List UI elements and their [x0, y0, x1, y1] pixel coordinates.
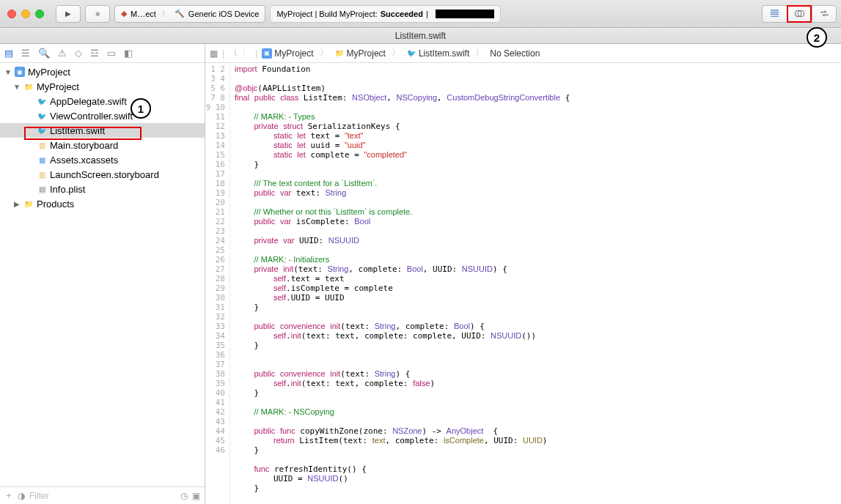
- chevron-right-icon: 〉: [392, 47, 400, 59]
- standard-editor-button[interactable]: [762, 5, 787, 23]
- tree-file-main-storyboard[interactable]: ▥Main.storyboard: [0, 138, 205, 152]
- redacted-region: [436, 10, 494, 18]
- line-gutter[interactable]: 1 2 3 4 5 6 7 8 9 10 11 12 13 14 15 16 1…: [205, 63, 230, 504]
- zoom-window-button[interactable]: [35, 10, 44, 18]
- disclosure-icon[interactable]: ▼: [13, 83, 21, 91]
- stop-button[interactable]: [85, 5, 110, 23]
- editor-body: 1 2 3 4 5 6 7 8 9 10 11 12 13 14 15 16 1…: [205, 63, 841, 504]
- chevron-right-icon: 〉: [320, 47, 328, 59]
- scm-filter-icon[interactable]: ▣: [192, 491, 200, 501]
- lines-icon: [769, 8, 780, 19]
- file-tab-title: ListItem.swift: [395, 31, 446, 41]
- main-split: ▤ ☰ 🔍 ⚠ ◇ ☲ ▭ ◧ ▼▣MyProject▼📁MyProject🐦A…: [0, 44, 841, 504]
- tree-group[interactable]: ▼📁MyProject: [0, 79, 205, 94]
- jump-sep2: |: [255, 48, 257, 59]
- report-navigator-tab[interactable]: ◧: [124, 48, 133, 59]
- status-result: Succeeded: [381, 10, 423, 18]
- tree-label: ViewController.swift: [50, 111, 133, 122]
- hammer-icon: 🔨: [175, 9, 185, 18]
- tree-file-appdelegate-swift[interactable]: 🐦AppDelegate.swift: [0, 94, 205, 108]
- clock-icon[interactable]: ◷: [180, 491, 188, 501]
- project-navigator-tab[interactable]: ▤: [4, 48, 13, 59]
- navigator-filter-bar: ＋ ◑ Filter ◷ ▣: [0, 486, 205, 504]
- issue-navigator-tab[interactable]: ⚠: [58, 48, 67, 59]
- status-sep: |: [426, 10, 428, 18]
- tree-label: Info.plist: [50, 184, 85, 195]
- icon-proj-icon: ▣: [15, 67, 25, 77]
- arrows-icon: [819, 8, 830, 19]
- window-controls: [7, 10, 44, 18]
- go-back-button[interactable]: 〈: [229, 47, 238, 59]
- navigator-tabs: ▤ ☰ 🔍 ⚠ ◇ ☲ ▭ ◧: [0, 44, 205, 63]
- tree-label: AppDelegate.swift: [50, 96, 127, 107]
- app-icon: ◆: [121, 9, 127, 18]
- jump-sep: |: [222, 48, 224, 59]
- tree-file-viewcontroller-swift[interactable]: 🐦ViewController.swift: [0, 108, 205, 123]
- scheme-selector[interactable]: ◆ M…ect 〉 🔨 Generic iOS Device: [114, 5, 265, 23]
- filter-input[interactable]: Filter: [29, 491, 176, 501]
- icon-swift-icon: 🐦: [37, 96, 47, 106]
- scheme-project-label: M…ect: [131, 10, 156, 18]
- tree-file-assets-xcassets[interactable]: ▦Assets.xcassets: [0, 152, 205, 167]
- run-button[interactable]: [56, 5, 81, 23]
- tree-label: Main.storyboard: [50, 140, 118, 151]
- chevron-right-icon: 〉: [161, 8, 169, 19]
- debug-navigator-tab[interactable]: ☲: [90, 48, 99, 59]
- disclosure-icon[interactable]: ▼: [4, 68, 12, 76]
- tree-label: LaunchScreen.storyboard: [50, 169, 159, 180]
- icon-swift-icon: 🐦: [37, 111, 47, 121]
- disclosure-icon[interactable]: ▶: [13, 200, 21, 208]
- tree-products[interactable]: ▶📁Products: [0, 196, 205, 211]
- source-editor[interactable]: import Foundation @objc(AAPLListItem) fi…: [230, 63, 841, 504]
- icon-folder-icon: 📁: [23, 81, 34, 92]
- editor-mode-group: [762, 5, 837, 23]
- status-text: MyProject | Build MyProject:: [276, 10, 377, 18]
- file-tab-bar: ListItem.swift: [0, 28, 841, 44]
- icon-sb-icon: ▥: [37, 140, 47, 150]
- close-window-button[interactable]: [7, 10, 16, 18]
- symbol-navigator-tab[interactable]: ☰: [21, 48, 30, 59]
- navigator: ▤ ☰ 🔍 ⚠ ◇ ☲ ▭ ◧ ▼▣MyProject▼📁MyProject🐦A…: [0, 44, 205, 504]
- toolbar: ◆ M…ect 〉 🔨 Generic iOS Device MyProject…: [0, 0, 841, 28]
- filter-icon: ◑: [18, 491, 25, 501]
- minimize-window-button[interactable]: [21, 10, 30, 18]
- venn-icon: [794, 8, 805, 19]
- icon-folder-icon: 📁: [23, 199, 34, 209]
- assistant-editor-button[interactable]: [787, 5, 812, 23]
- find-navigator-tab[interactable]: 🔍: [38, 48, 50, 59]
- annotation-bubble-2: 2: [807, 27, 827, 48]
- project-icon: ▣: [262, 48, 272, 59]
- tree-label: MyProject: [28, 67, 70, 78]
- crumb-project[interactable]: ▣MyProject: [262, 48, 313, 59]
- tree-label: Products: [37, 199, 74, 210]
- swift-icon: 🐦: [406, 48, 416, 59]
- icon-plist-icon: ▤: [37, 184, 47, 194]
- icon-sb-icon: ▥: [37, 169, 47, 179]
- related-items-icon[interactable]: ▦: [210, 48, 218, 59]
- breakpoint-navigator-tab[interactable]: ▭: [107, 48, 116, 59]
- jump-bar[interactable]: ▦ | 〈 〉 | ▣MyProject 〉 📁MyProject 〉 🐦Lis…: [205, 44, 841, 63]
- add-button[interactable]: ＋: [4, 489, 13, 502]
- icon-assets-icon: ▦: [37, 155, 47, 165]
- go-forward-button[interactable]: 〉: [242, 47, 251, 59]
- editor-pane: ▦ | 〈 〉 | ▣MyProject 〉 📁MyProject 〉 🐦Lis…: [205, 44, 841, 504]
- version-editor-button[interactable]: [812, 5, 837, 23]
- tree-label: Assets.xcassets: [50, 155, 118, 166]
- annotation-bubble-1: 1: [131, 98, 151, 119]
- tree-label: MyProject: [37, 81, 79, 92]
- crumb-selection[interactable]: No Selection: [490, 48, 540, 59]
- tree-file-launchscreen-storyboard[interactable]: ▥LaunchScreen.storyboard: [0, 167, 205, 182]
- activity-viewer[interactable]: MyProject | Build MyProject: Succeeded |: [270, 5, 500, 23]
- annotation-highlight-1: [24, 127, 142, 140]
- test-navigator-tab[interactable]: ◇: [75, 48, 82, 59]
- crumb-group[interactable]: 📁MyProject: [334, 48, 386, 59]
- tree-file-info-plist[interactable]: ▤Info.plist: [0, 182, 205, 196]
- folder-icon: 📁: [334, 48, 345, 59]
- scheme-device-label: Generic iOS Device: [188, 10, 260, 18]
- chevron-right-icon: 〉: [475, 47, 484, 59]
- tree-root[interactable]: ▼▣MyProject: [0, 64, 205, 79]
- crumb-file[interactable]: 🐦ListItem.swift: [406, 48, 469, 59]
